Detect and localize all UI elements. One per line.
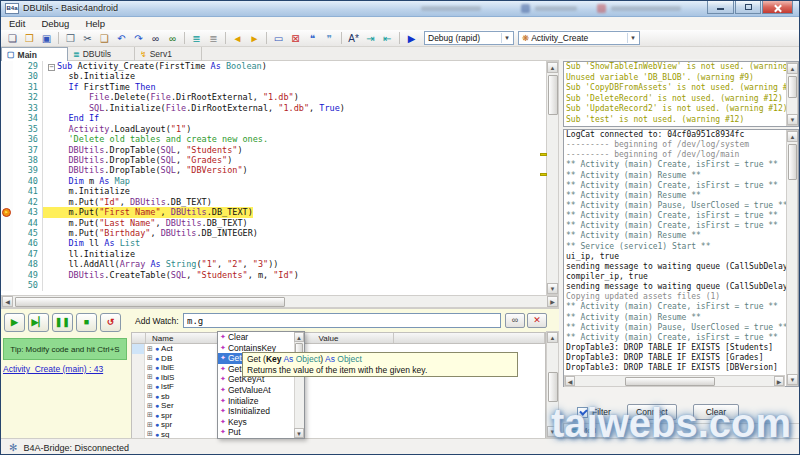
autocomplete-item-isinitialized[interactable]: ✦IsInitialized	[218, 406, 304, 417]
warnings-list[interactable]: Sub 'ShowTableInWebView' is not used. (w…	[563, 61, 799, 127]
stop-button[interactable]: ■	[76, 313, 97, 332]
autocomplete-item-keys[interactable]: ✦Keys	[218, 417, 304, 428]
code-line[interactable]: 39 DBUtils.DropTable(SQL, "DBVersion")	[1, 165, 546, 175]
code-line[interactable]: 34 End If	[1, 113, 546, 123]
entry-point-select[interactable]: ❋Activity_Create▾	[518, 31, 640, 45]
editor-vertical-scrollbar[interactable]: ▲ ▼	[546, 61, 559, 295]
tab-dbutils[interactable]: ≣DBUtils	[68, 47, 135, 61]
fold-toggle-icon[interactable]: −	[48, 64, 55, 71]
gutter-margin[interactable]	[1, 145, 13, 155]
tab-main[interactable]: ▢Main	[1, 47, 68, 61]
code-line[interactable]: 31 If FirstTime Then	[1, 82, 546, 92]
code-line[interactable]: 36 'Delete old tables and create new one…	[1, 134, 546, 144]
scroll-down-icon[interactable]: ▼	[547, 426, 558, 437]
watch-row[interactable]: ⊞●spr	[132, 411, 545, 421]
navigate-back-icon[interactable]: ◄	[229, 31, 246, 46]
tab-serv1[interactable]: ↯Serv1	[135, 47, 202, 61]
scroll-down-icon[interactable]: ▼	[547, 283, 558, 294]
breakpoint-delete-icon[interactable]: ⊠	[287, 31, 304, 46]
title-bar[interactable]: B4a DBUtils - Basic4android	[1, 1, 800, 17]
autocomplete-item-clear[interactable]: ✦Clear	[218, 332, 304, 343]
paste-icon[interactable]: ❑	[96, 31, 113, 46]
code-line[interactable]: 40 Dim m As Map	[1, 176, 546, 186]
log-horizontal-scrollbar[interactable]: ◀ ▶	[564, 375, 785, 387]
expand-icon[interactable]: ⊞	[147, 402, 153, 410]
code-line[interactable]: 47 ll.Initialize	[1, 249, 546, 259]
gutter-margin[interactable]	[1, 61, 13, 71]
gutter-margin[interactable]	[1, 113, 13, 123]
log-vertical-scrollbar[interactable]: ▲ ▼	[786, 130, 798, 386]
build-configuration-select[interactable]: Debug (rapid)▾	[424, 31, 514, 45]
gutter-margin[interactable]: ▸	[1, 207, 13, 217]
menu-item-help[interactable]: Help	[77, 18, 113, 29]
gutter-margin[interactable]	[1, 71, 13, 81]
filter-checkbox[interactable]	[577, 407, 588, 418]
expand-icon[interactable]: ⊞	[147, 364, 153, 372]
code-line[interactable]: 30 sb.Initialize	[1, 71, 546, 81]
code-line[interactable]: 41 m.Initialize	[1, 186, 546, 196]
gutter-margin[interactable]	[1, 92, 13, 102]
gutter-margin[interactable]	[1, 134, 13, 144]
autocomplete-icon[interactable]: A*	[345, 31, 362, 46]
code-line[interactable]: 32 File.Delete(File.DirRootExternal, "1.…	[1, 92, 546, 102]
gutter-margin[interactable]	[1, 165, 13, 175]
gutter-margin[interactable]	[1, 218, 13, 228]
gutter-margin[interactable]	[1, 155, 13, 165]
autocomplete-item-initialize[interactable]: ✦Initialize	[218, 396, 304, 407]
warnings-scroll-thumb[interactable]	[788, 76, 797, 98]
add-watch-input[interactable]	[183, 313, 501, 328]
autocomplete-item-put[interactable]: ✦Put	[218, 427, 304, 438]
editor-vscroll-thumb[interactable]	[548, 75, 558, 115]
maximize-button[interactable]	[735, 1, 761, 14]
run-button[interactable]: ▶	[4, 313, 25, 332]
gutter-margin[interactable]	[1, 259, 13, 269]
remove-watch-button[interactable]: ✕	[527, 313, 547, 328]
run-icon[interactable]: ▶	[403, 31, 420, 46]
pause-button[interactable]: ❚❚	[52, 313, 73, 332]
step-button[interactable]: ▶▏	[28, 313, 49, 332]
editor-hscroll-thumb[interactable]	[15, 297, 285, 307]
gutter-margin[interactable]	[1, 270, 13, 280]
copy-icon[interactable]: ❐	[62, 31, 79, 46]
code-line[interactable]: 42 m.Put("Id", DBUtils.DB_TEXT)	[1, 197, 546, 207]
scroll-down-icon[interactable]: ▼	[787, 114, 798, 125]
restart-button[interactable]: ↺	[100, 313, 121, 332]
comment-bubble-icon[interactable]: ❝	[304, 31, 321, 46]
outdent-icon[interactable]: ⇤	[379, 31, 396, 46]
menu-item-edit[interactable]: Edit	[1, 18, 33, 29]
watch-row[interactable]: ⊞●lstF	[132, 382, 545, 392]
code-editor[interactable]: 29−Sub Activity_Create(FirstTime As Bool…	[1, 61, 546, 295]
scroll-left-icon[interactable]: ◀	[2, 296, 13, 307]
new-file-icon[interactable]: ❏	[4, 31, 21, 46]
code-line[interactable]: 33 SQL.Initialize(File.DirRootExternal, …	[1, 103, 546, 113]
gutter-margin[interactable]	[1, 280, 13, 290]
expand-icon[interactable]: ⊞	[147, 392, 153, 400]
indent-icon[interactable]: ⇥	[362, 31, 379, 46]
log-list[interactable]: LogCat connected to: 04cf0a951c8934fc---…	[563, 129, 799, 387]
open-folder-icon[interactable]: ❒	[21, 31, 38, 46]
watch-row[interactable]: ⊞●sb	[132, 392, 545, 402]
menu-item-debug[interactable]: Debug	[33, 18, 77, 29]
log-hscroll-thumb[interactable]	[625, 377, 715, 386]
scroll-up-icon[interactable]: ▲	[294, 332, 304, 342]
close-button[interactable]	[762, 1, 793, 14]
scroll-up-icon[interactable]: ▲	[787, 131, 798, 142]
gutter-margin[interactable]	[1, 228, 13, 238]
expand-icon[interactable]: ⊞	[147, 354, 153, 362]
breakpoint-new-icon[interactable]: ▭	[270, 31, 287, 46]
find-watch-button[interactable]: ∞	[505, 313, 525, 328]
code-line[interactable]: 46 Dim ll As List	[1, 238, 546, 248]
tab-modules[interactable]: ≣ Mod	[563, 424, 604, 438]
gutter-margin[interactable]	[1, 176, 13, 186]
expand-icon[interactable]: ⊞	[147, 345, 153, 353]
gutter-margin[interactable]	[1, 186, 13, 196]
expand-icon[interactable]: ⊞	[147, 383, 153, 391]
gutter-margin[interactable]	[1, 124, 13, 134]
log-vscroll-thumb[interactable]	[788, 144, 797, 180]
code-line[interactable]: 44 m.Put("Last Name", DBUtils.DB_TEXT)	[1, 218, 546, 228]
code-line[interactable]: 45 m.Put("Birthday", DBUtils.DB_INTEGER)	[1, 228, 546, 238]
expand-icon[interactable]: ⊞	[147, 411, 153, 419]
watch-scrollbar[interactable]: ▲ ▼	[546, 331, 559, 438]
connect-button[interactable]: Connect	[627, 404, 677, 420]
find-icon[interactable]: ∞	[147, 31, 164, 46]
